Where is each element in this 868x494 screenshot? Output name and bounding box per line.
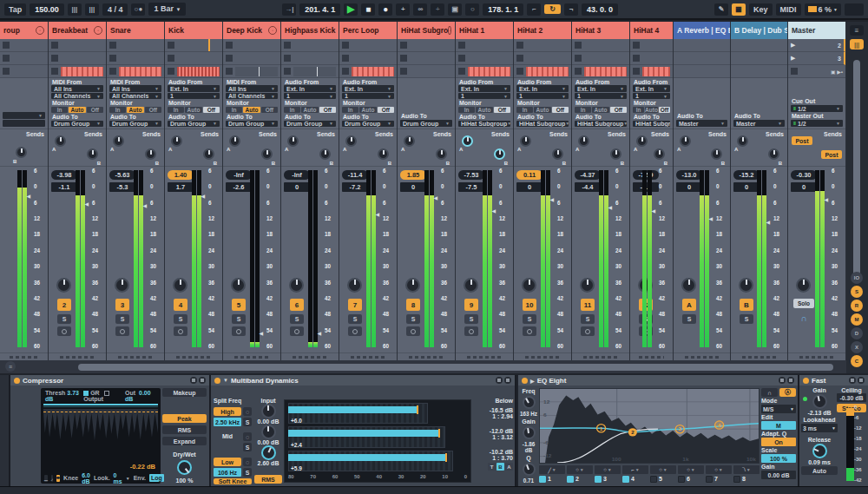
multiband-titlebar[interactable]: ▼ Multiband Dynamics (211, 375, 515, 385)
hot-swap-icon[interactable] (779, 377, 786, 384)
input-channel-select[interactable]: All Channels▼ (226, 93, 278, 99)
fader-handle[interactable]: ◀ (201, 193, 205, 199)
volume-value[interactable]: -4.37 (575, 170, 601, 180)
input-select[interactable]: Ext. In▼ (284, 85, 336, 91)
monitor-auto-button[interactable]: Auto (592, 107, 608, 113)
track-header[interactable]: Kick (165, 22, 222, 39)
send-b-knob[interactable] (16, 147, 27, 158)
volume-value[interactable]: -11.4 (342, 170, 368, 180)
draw-mode-icon[interactable]: ✎ (714, 3, 728, 16)
clip-slot[interactable] (223, 39, 280, 52)
input-channel-select[interactable]: All Channels▼ (51, 93, 103, 99)
band-ratio-value[interactable]: 1 : 3.70 (473, 455, 513, 461)
send-a-knob[interactable] (287, 135, 299, 147)
monitor-off-button[interactable]: Off (610, 107, 627, 113)
output-select[interactable]: HiHat Subgroup▼ (516, 121, 569, 127)
clip-stop-icon[interactable] (633, 42, 640, 49)
view-a-button[interactable]: A (505, 463, 513, 471)
key-map-button[interactable]: Key (749, 3, 773, 16)
send-b-knob[interactable] (494, 148, 505, 160)
expand-button[interactable]: Expand (162, 437, 207, 445)
gain-value[interactable]: -2.13 dB (801, 410, 838, 416)
rms-button[interactable]: RMS (162, 425, 207, 434)
solo-button[interactable]: S (115, 314, 129, 324)
clip-stop-icon[interactable] (109, 55, 116, 62)
audio-clip[interactable] (352, 67, 394, 76)
solo-button[interactable]: S (740, 314, 753, 324)
output-select[interactable]: HiHat Subgrou▼ (633, 121, 670, 127)
input-channel-select[interactable]: 1▼ (342, 93, 394, 99)
track-activator-button[interactable]: 9 (464, 299, 478, 311)
activity-view-icon[interactable]: ⬬ (56, 475, 60, 482)
arm-button[interactable] (581, 326, 595, 336)
track-header[interactable]: Breakbeat◦ (49, 22, 106, 39)
volume-value[interactable]: -Inf (226, 170, 252, 180)
input-select[interactable]: All Ins▼ (51, 85, 103, 91)
track-header[interactable]: HiHat 4 (630, 22, 673, 39)
loop-button[interactable]: ↻ (544, 4, 561, 14)
band-checkbox[interactable] (650, 476, 657, 483)
clip-slot[interactable] (0, 65, 48, 78)
audio-clip[interactable] (468, 67, 510, 76)
clip-slot[interactable] (165, 52, 222, 65)
clip-stop-icon[interactable] (168, 68, 174, 75)
empty-clip-slot[interactable] (235, 67, 278, 76)
track-header[interactable]: HiHat 2 (514, 22, 571, 39)
volume-value[interactable]: 0.11 (516, 170, 542, 180)
filter-type-icon[interactable]: ‾\▼ (733, 465, 760, 474)
low-solo-button[interactable]: S (243, 468, 252, 477)
input-channel-select[interactable]: 1▼ (516, 93, 569, 99)
edit-channel-button[interactable]: M (761, 421, 796, 430)
input-select[interactable]: Ext. In▼ (516, 85, 569, 91)
volume-value[interactable]: 1.85 (400, 170, 426, 180)
track-header[interactable]: HiHat 1 (456, 22, 513, 39)
input-select[interactable]: Ext. In▼ (342, 85, 394, 91)
pan-knob[interactable] (231, 278, 246, 293)
rms-button[interactable]: RMS (254, 475, 282, 484)
clip-stop-icon[interactable] (226, 42, 233, 49)
mid-power-icon[interactable]: ◌ (243, 432, 252, 441)
pan-value[interactable]: 0 (516, 182, 542, 192)
band-checkbox[interactable] (706, 476, 713, 483)
clip-slot[interactable] (398, 52, 455, 65)
header-badge-icon[interactable]: ◦ (448, 26, 451, 35)
clip-slot[interactable] (0, 52, 48, 65)
solo-button[interactable]: S (57, 314, 71, 324)
send-b-knob[interactable] (378, 148, 389, 160)
monitor-off-button[interactable]: Off (494, 107, 510, 113)
resize-grip[interactable] (572, 352, 629, 360)
volume-value[interactable]: -15.2 (733, 170, 760, 180)
input-high-value[interactable]: 0.00 dB (254, 418, 282, 425)
clip-stop-icon[interactable] (342, 55, 349, 62)
clip-slot[interactable] (674, 52, 730, 65)
pan-value[interactable]: 0 (791, 182, 817, 192)
fold-icon[interactable]: ▶ (530, 378, 535, 384)
punch-out-icon[interactable]: ¬ (564, 3, 578, 16)
band-toggle[interactable]: 8 (733, 475, 760, 483)
mid-solo-button[interactable]: S (243, 443, 252, 451)
master-header[interactable]: Master (788, 22, 845, 39)
track-activator-button[interactable]: 7 (348, 299, 362, 311)
output-select[interactable]: HiHat Subgroup▼ (458, 121, 510, 127)
mixer-toggle-m[interactable]: M (851, 313, 863, 326)
clip-slot[interactable] (223, 52, 280, 65)
clip-stop-icon[interactable] (51, 68, 58, 75)
send-a-knob[interactable] (171, 135, 182, 147)
pan-knob[interactable] (115, 278, 129, 293)
arm-button[interactable] (115, 326, 129, 336)
resize-grip[interactable] (165, 352, 222, 360)
device-on-icon[interactable] (214, 378, 220, 384)
track-header[interactable]: HiHat Subgro◦ (398, 22, 455, 39)
compressor-titlebar[interactable]: Compressor (10, 375, 209, 385)
pan-knob[interactable] (289, 278, 304, 293)
clip-slot[interactable] (514, 39, 571, 52)
punch-in-icon[interactable]: ⌐ (527, 3, 541, 16)
fader-handle[interactable]: ◀ (766, 219, 770, 225)
fader-handle[interactable]: ◀ (375, 211, 379, 217)
monitor-in-button[interactable]: In (458, 107, 475, 113)
monitor-auto-button[interactable]: Auto (534, 107, 550, 113)
clip-slot[interactable] (456, 65, 513, 78)
pan-knob[interactable] (796, 278, 811, 293)
header-badge-icon[interactable]: ◦ (36, 26, 44, 35)
clip-stop-icon[interactable] (516, 55, 523, 62)
